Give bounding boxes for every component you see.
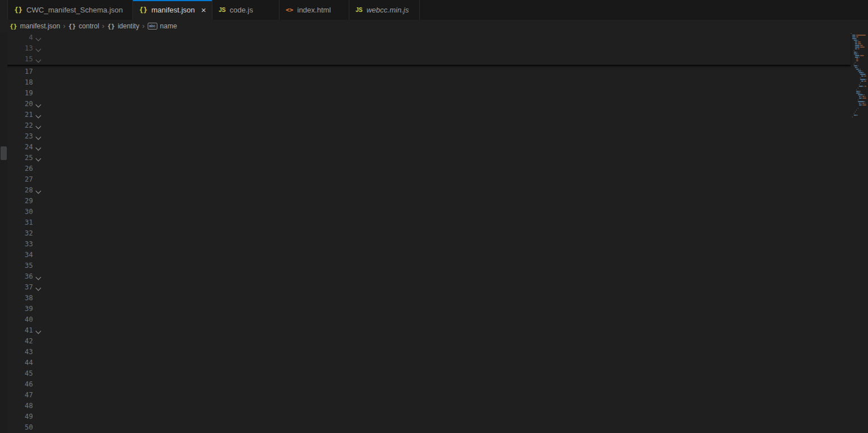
fold-gutter bbox=[33, 368, 44, 379]
tab-CWC_manifest_Schema.json[interactable]: {}CWC_manifest_Schema.json bbox=[8, 0, 133, 20]
minimap[interactable] bbox=[850, 32, 868, 433]
code-line: 40 bbox=[0, 314, 850, 325]
fold-gutter bbox=[33, 314, 44, 325]
breadcrumb-item-name[interactable]: abcname bbox=[148, 22, 177, 30]
minimap-line bbox=[859, 91, 861, 92]
minimap-line bbox=[862, 103, 865, 104]
scrollbar-thumb[interactable] bbox=[1, 146, 7, 160]
fold-chevron-icon[interactable] bbox=[33, 153, 44, 163]
fold-gutter bbox=[33, 293, 44, 304]
code-line: 20 bbox=[0, 99, 850, 110]
code-line: 50 bbox=[0, 422, 850, 433]
minimap-line bbox=[852, 35, 856, 36]
minimap-line bbox=[865, 103, 866, 104]
fold-chevron-icon[interactable] bbox=[33, 271, 44, 282]
json-icon: {} bbox=[14, 6, 22, 14]
code-line: 39 bbox=[0, 304, 850, 314]
fold-gutter bbox=[33, 239, 44, 250]
breadcrumb-item-identity[interactable]: {}identity bbox=[107, 22, 139, 30]
tab-manifest.json[interactable]: {}manifest.json× bbox=[133, 0, 212, 20]
minimap-line bbox=[857, 67, 858, 68]
tab-label: index.html bbox=[297, 6, 331, 14]
fold-gutter bbox=[33, 196, 44, 207]
minimap-line bbox=[856, 69, 859, 70]
tab-index.html[interactable]: <>index.html bbox=[279, 0, 349, 20]
fold-gutter bbox=[33, 260, 44, 271]
minimap-line bbox=[858, 53, 858, 54]
fold-chevron-icon[interactable] bbox=[33, 142, 44, 153]
code-line: 27 bbox=[0, 174, 850, 185]
fold-chevron-icon[interactable] bbox=[33, 32, 44, 43]
code-lines: 1718192021222324252627282930313233343536… bbox=[0, 66, 850, 433]
minimap-line bbox=[855, 48, 857, 49]
tab-webcc.min.js[interactable]: JSwebcc.min.js bbox=[349, 0, 420, 20]
minimap-line bbox=[855, 43, 857, 44]
fold-chevron-icon[interactable] bbox=[33, 110, 44, 120]
minimap-line bbox=[861, 93, 862, 94]
minimap-line bbox=[863, 86, 864, 87]
fold-chevron-icon[interactable] bbox=[33, 54, 44, 65]
fold-chevron-icon[interactable] bbox=[33, 120, 44, 131]
fold-gutter bbox=[33, 88, 44, 99]
fold-gutter bbox=[33, 401, 44, 411]
sticky-scroll: 41315 bbox=[0, 32, 850, 65]
minimap-line bbox=[852, 36, 856, 37]
code-line: 46 bbox=[0, 379, 850, 390]
fold-chevron-icon[interactable] bbox=[33, 282, 44, 293]
minimap-line bbox=[861, 96, 862, 97]
breadcrumb-item-control[interactable]: {}control bbox=[68, 22, 99, 30]
breadcrumb: {}manifest.json›{}control›{}identity›abc… bbox=[0, 20, 868, 32]
code-line: 25 bbox=[0, 153, 850, 163]
minimap-line bbox=[859, 57, 859, 58]
tab-label: webcc.min.js bbox=[366, 6, 408, 14]
code-line: 43 bbox=[0, 347, 850, 358]
minimap-line bbox=[856, 60, 858, 61]
minimap-line bbox=[860, 55, 864, 56]
minimap-line bbox=[851, 33, 852, 34]
minimap-line bbox=[856, 35, 866, 36]
minimap-line bbox=[858, 94, 863, 95]
close-icon[interactable]: × bbox=[201, 6, 206, 14]
code-line: 38 bbox=[0, 293, 850, 304]
code-line: 18 bbox=[0, 77, 850, 88]
minimap-line bbox=[858, 43, 861, 44]
braces-icon: {} bbox=[107, 23, 115, 30]
breadcrumb-item-manifest.json[interactable]: {}manifest.json bbox=[10, 22, 60, 30]
fold-gutter bbox=[33, 358, 44, 368]
fold-gutter bbox=[33, 163, 44, 174]
minimap-line bbox=[863, 72, 864, 73]
minimap-line bbox=[854, 64, 854, 65]
code-line: 42 bbox=[0, 336, 850, 347]
minimap-line bbox=[865, 81, 866, 82]
breadcrumb-label: name bbox=[160, 22, 177, 30]
minimap-line bbox=[854, 52, 857, 53]
minimap-line bbox=[858, 70, 861, 72]
minimap-line bbox=[859, 96, 861, 97]
minimap-line bbox=[857, 52, 858, 53]
minimap-line bbox=[865, 75, 866, 77]
minimap-line bbox=[861, 103, 862, 104]
minimap-line bbox=[859, 104, 862, 106]
fold-chevron-icon[interactable] bbox=[33, 43, 44, 54]
tab-code.js[interactable]: JScode.js bbox=[212, 0, 279, 20]
fold-chevron-icon[interactable] bbox=[33, 325, 44, 336]
tab-bar: {}CWC_manifest_Schema.json{}manifest.jso… bbox=[0, 0, 868, 20]
fold-chevron-icon[interactable] bbox=[33, 185, 44, 196]
fold-chevron-icon[interactable] bbox=[33, 131, 44, 142]
fold-gutter bbox=[33, 336, 44, 347]
tab-bar-spacer bbox=[0, 0, 8, 20]
minimap-line bbox=[856, 115, 857, 116]
braces-icon: {} bbox=[68, 23, 76, 30]
code-line: 47 bbox=[0, 390, 850, 401]
minimap-line bbox=[865, 86, 866, 87]
code-line: 45 bbox=[0, 368, 850, 379]
breadcrumb-label: identity bbox=[118, 22, 139, 30]
code-line: 36 bbox=[0, 271, 850, 282]
code-line: 35 bbox=[0, 260, 850, 271]
minimap-line bbox=[856, 89, 857, 90]
code-line: 15 bbox=[0, 54, 850, 65]
minimap-line bbox=[855, 55, 859, 56]
vscode-window: { "app": {"name": "Visual Studio Code", … bbox=[0, 0, 868, 433]
fold-gutter bbox=[33, 174, 44, 185]
fold-chevron-icon[interactable] bbox=[33, 99, 44, 110]
